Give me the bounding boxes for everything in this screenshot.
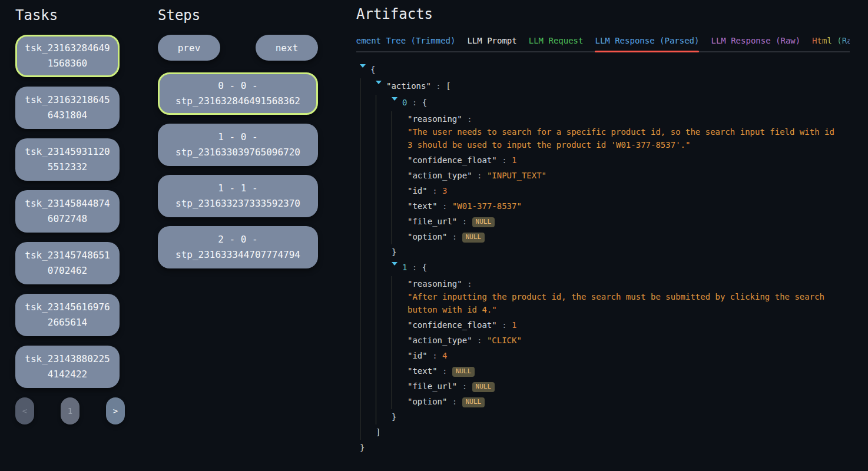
json-string: "INPUT_TEXT" [487, 171, 546, 180]
json-colon: : [457, 382, 472, 391]
json-number: 1 [512, 155, 516, 165]
task-button[interactable]: tsk_231459311205512332 [15, 138, 120, 181]
triangle-down-icon[interactable] [376, 81, 382, 94]
json-colon: : [438, 366, 452, 376]
tree-guide-line [392, 348, 408, 363]
json-row: "file_url" : NULL [360, 379, 835, 394]
step-button[interactable]: 2 - 0 - stp_231633344707774794 [158, 226, 318, 268]
json-key: "reasoning" [408, 114, 462, 124]
tree-guide-line [392, 317, 408, 333]
tree-guide-line [376, 152, 392, 168]
json-key: "file_url" [408, 217, 457, 226]
tree-guide-line [376, 260, 392, 276]
next-step-button[interactable]: next [256, 35, 318, 61]
json-row: "After inputting the product id, the sea… [360, 289, 835, 317]
tree-guide-line [360, 363, 376, 379]
json-row: "file_url" : NULL [360, 214, 835, 229]
tab-html-raw[interactable]: Html (Raw) [812, 35, 850, 51]
page-next-button[interactable]: > [106, 397, 125, 424]
json-punct: { [422, 263, 427, 272]
tree-guide-line [360, 260, 376, 276]
tree-guide-line [360, 183, 376, 198]
json-colon: : [497, 320, 512, 330]
null-badge: NULL [452, 367, 475, 377]
tree-guide-line [376, 289, 392, 317]
tree-guide-line [376, 317, 392, 333]
json-colon: : [462, 114, 472, 124]
steps-panel: Steps prev next 0 - 0 - stp_231632846491… [158, 7, 318, 277]
json-number: 1 [512, 320, 516, 330]
json-key: "text" [408, 201, 438, 211]
tree-guide-line [376, 183, 392, 198]
step-button-selected[interactable]: 0 - 0 - stp_231632846491568362 [158, 72, 318, 115]
step-list: 0 - 0 - stp_2316328464915683621 - 0 - st… [158, 72, 318, 268]
tree-guide-line [392, 124, 408, 152]
task-button[interactable]: tsk_231438802254142422 [15, 346, 120, 388]
json-row: "text" : "W01-377-8537" [360, 198, 835, 214]
json-punct: [ [446, 81, 450, 91]
prev-step-button[interactable]: prev [158, 35, 220, 61]
task-list: tsk_231632846491568360tsk_23163218645643… [15, 35, 120, 388]
json-row: "reasoning" : [360, 276, 835, 291]
json-row-text: "The user needs to search for a specific… [408, 125, 835, 151]
json-key: "action_type" [408, 336, 472, 345]
json-row-text: "reasoning" : [408, 112, 835, 125]
json-colon: : [407, 263, 422, 272]
json-row: "actions" : [ [360, 78, 835, 95]
tab-llm-response-parsed[interactable]: LLM Response (Parsed) [595, 35, 699, 51]
tree-guide-line [392, 152, 408, 168]
tree-guide-line [376, 333, 392, 348]
json-punct: } [360, 443, 365, 452]
tree-guide-line [360, 168, 376, 183]
task-button[interactable]: tsk_231456169762665614 [15, 294, 120, 336]
json-colon: : [472, 336, 487, 345]
json-string: "The user needs to search for a specific… [408, 127, 834, 150]
tree-guide-line [360, 379, 376, 394]
task-button[interactable]: tsk_231458448746072748 [15, 190, 120, 233]
task-button-selected[interactable]: tsk_231632846491568360 [15, 35, 120, 77]
tree-guide-line [360, 214, 376, 229]
tree-guide-line [360, 78, 376, 95]
json-row: "confidence_float" : 1 [360, 152, 835, 168]
tree-guide-line [376, 379, 392, 394]
step-button[interactable]: 1 - 1 - stp_231633237333592370 [158, 175, 318, 217]
tab-llm-prompt[interactable]: LLM Prompt [467, 35, 516, 51]
json-key: "confidence_float" [408, 155, 497, 165]
expand-toggle[interactable] [360, 63, 370, 77]
tree-guide-line [360, 348, 376, 363]
json-row-text: "option" : NULL [408, 230, 835, 243]
tree-guide-line [392, 379, 408, 394]
task-button[interactable]: tsk_231457486510702462 [15, 242, 120, 284]
task-button[interactable]: tsk_231632186456431804 [15, 87, 120, 129]
tree-guide-line [376, 214, 392, 229]
tab-llm-request[interactable]: LLM Request [529, 35, 584, 51]
tab-element-tree-trimmed[interactable]: Element Tree (Trimmed) [356, 35, 455, 51]
triangle-down-icon[interactable] [392, 97, 397, 110]
triangle-down-icon[interactable] [392, 262, 397, 275]
json-number: 4 [442, 351, 447, 360]
json-key: "actions" [386, 81, 431, 91]
step-button[interactable]: 1 - 0 - stp_231633039765096720 [158, 124, 318, 166]
tree-guide-line [376, 244, 392, 260]
tree-guide-line [360, 409, 376, 424]
tree-guide-line [360, 229, 376, 244]
json-row: "The user needs to search for a specific… [360, 124, 835, 152]
json-punct: { [370, 65, 375, 74]
json-key: "id" [408, 186, 428, 195]
expand-toggle[interactable] [376, 79, 386, 94]
json-number: 3 [442, 186, 447, 195]
tree-guide-line [392, 214, 408, 229]
expand-toggle[interactable] [392, 96, 402, 110]
json-row-text: "action_type" : "INPUT_TEXT" [408, 169, 835, 182]
json-row: 1 : { [360, 260, 835, 276]
tab-llm-response-raw[interactable]: LLM Response (Raw) [711, 35, 800, 51]
json-colon: : [462, 279, 472, 288]
page-number-button[interactable]: 1 [61, 397, 79, 424]
page-prev-button[interactable]: < [15, 397, 34, 424]
json-row-text: "confidence_float" : 1 [408, 319, 835, 331]
tree-guide-line [392, 198, 408, 214]
json-row-text: "confidence_float" : 1 [408, 154, 835, 167]
expand-toggle[interactable] [392, 261, 402, 275]
triangle-down-icon[interactable] [360, 64, 366, 77]
json-key: "file_url" [408, 382, 457, 391]
